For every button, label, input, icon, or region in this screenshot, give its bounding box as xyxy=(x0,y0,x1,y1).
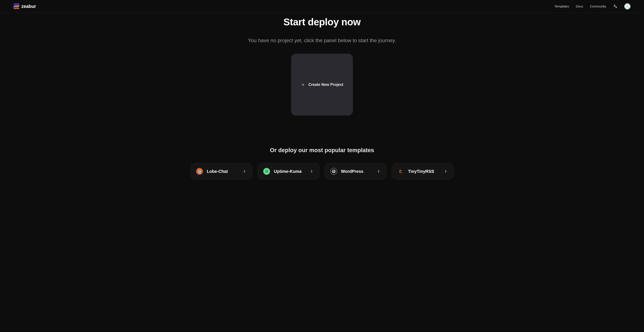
lobe-chat-icon xyxy=(196,168,203,175)
page-subtitle: You have no project yet, click the panel… xyxy=(248,38,396,44)
chevron-right-icon xyxy=(376,169,381,173)
svg-rect-3 xyxy=(627,6,628,7)
chevron-right-icon xyxy=(242,169,246,173)
nav-templates[interactable]: Templates xyxy=(554,5,569,8)
scrollbar[interactable] xyxy=(641,0,644,332)
plus-icon: ＋ xyxy=(301,82,306,87)
svg-rect-2 xyxy=(628,4,630,5)
page-title: Start deploy now xyxy=(284,16,361,28)
template-name: WordPress xyxy=(341,169,373,174)
brand-logo[interactable]: zeabur xyxy=(14,4,36,9)
brand-name: zeabur xyxy=(21,4,36,9)
template-name: Lobe-Chat xyxy=(207,169,238,174)
top-nav: Templates Docs Community xyxy=(554,4,630,9)
nav-docs[interactable]: Docs xyxy=(576,5,583,8)
svg-rect-4 xyxy=(625,8,626,9)
template-card-wordpress[interactable]: WordPress xyxy=(324,163,386,180)
tinytinyrss-icon: t; xyxy=(398,168,404,175)
wordpress-icon xyxy=(330,168,337,175)
main-content: Start deploy now You have no project yet… xyxy=(0,13,644,182)
avatar[interactable] xyxy=(624,4,630,9)
create-project-card[interactable]: ＋ Create New Project xyxy=(291,54,353,116)
chevron-right-icon xyxy=(310,169,314,173)
svg-rect-1 xyxy=(625,4,626,5)
template-name: Uptime-Kuma xyxy=(274,169,306,174)
create-project-label: Create New Project xyxy=(308,83,343,87)
language-icon[interactable] xyxy=(613,4,618,9)
nav-community[interactable]: Community xyxy=(590,5,606,8)
chevron-right-icon xyxy=(444,169,448,173)
template-card-lobe-chat[interactable]: Lobe-Chat xyxy=(190,163,252,180)
template-name: TinyTinyRSS xyxy=(408,169,440,174)
app-header: zeabur Templates Docs Community xyxy=(0,0,644,13)
template-card-uptime-kuma[interactable]: Uptime-Kuma xyxy=(258,163,320,180)
templates-row: Lobe-Chat Uptime-Kuma WordPress t; TinyT… xyxy=(190,163,454,182)
template-card-tinytinyrss[interactable]: t; TinyTinyRSS xyxy=(392,163,454,180)
uptime-kuma-icon xyxy=(263,168,270,175)
templates-heading: Or deploy our most popular templates xyxy=(270,147,374,154)
logo-mark-icon xyxy=(14,4,19,9)
svg-rect-5 xyxy=(628,8,630,9)
